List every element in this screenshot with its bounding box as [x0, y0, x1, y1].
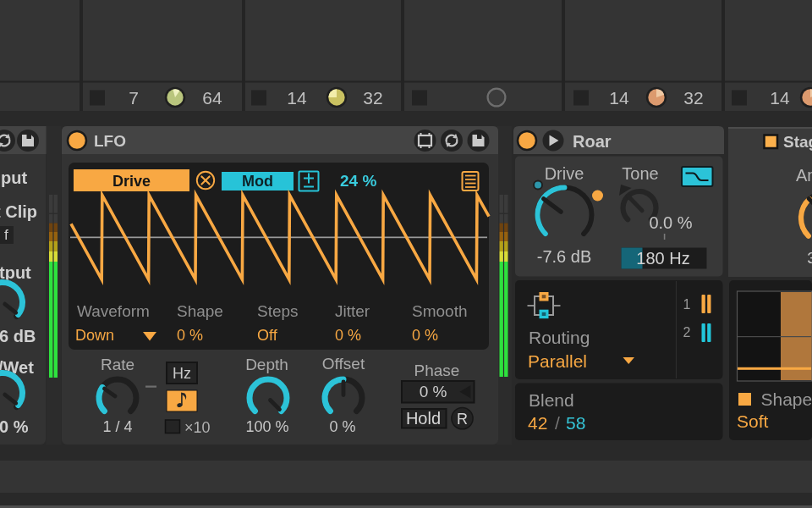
- svg-text:Hz: Hz: [173, 365, 191, 382]
- svg-text:Blend: Blend: [529, 390, 574, 410]
- svg-text:Tone: Tone: [622, 164, 658, 183]
- svg-text:180 Hz: 180 Hz: [636, 249, 689, 268]
- svg-text:0 %: 0 %: [329, 418, 355, 435]
- svg-text:0 %: 0 %: [335, 327, 361, 344]
- svg-text:Hold: Hold: [406, 409, 441, 428]
- svg-text:100 %: 100 %: [245, 418, 288, 435]
- svg-text:0.0 %: 0.0 %: [649, 213, 692, 232]
- svg-text:Steps: Steps: [257, 302, 299, 320]
- svg-text:6 dB: 6 dB: [0, 327, 36, 345]
- svg-text:42: 42: [528, 413, 547, 433]
- svg-text:Rate: Rate: [101, 356, 134, 373]
- svg-text:Depth: Depth: [245, 356, 288, 373]
- svg-text:14: 14: [287, 88, 307, 108]
- svg-text:Stage: Stage: [783, 133, 812, 151]
- svg-text:f: f: [4, 227, 8, 243]
- svg-text:1 / 4: 1 / 4: [102, 418, 132, 435]
- svg-text:Routing: Routing: [529, 328, 590, 347]
- svg-text:R: R: [457, 411, 468, 428]
- svg-text:Phase: Phase: [414, 362, 460, 379]
- svg-text:0 %: 0 %: [177, 327, 203, 344]
- svg-text:/: /: [555, 413, 560, 433]
- svg-text:tput: tput: [0, 263, 31, 282]
- svg-text:-7.6 dB: -7.6 dB: [537, 247, 591, 266]
- svg-text:Offset: Offset: [322, 355, 365, 373]
- svg-text:Parallel: Parallel: [528, 351, 587, 371]
- svg-text:Mod: Mod: [242, 173, 273, 190]
- svg-text:Roar: Roar: [573, 132, 612, 151]
- svg-text:14: 14: [770, 88, 790, 108]
- svg-text:2: 2: [683, 325, 691, 340]
- svg-text:32 %: 32 %: [807, 249, 812, 267]
- svg-text:24 %: 24 %: [340, 172, 376, 190]
- svg-text:Jitter: Jitter: [335, 302, 370, 320]
- svg-text:Shaper: Shaper: [761, 389, 812, 409]
- svg-text:14: 14: [609, 88, 629, 108]
- svg-text:put: put: [1, 168, 27, 187]
- svg-text:Down: Down: [75, 327, 114, 344]
- svg-text:Drive: Drive: [112, 173, 151, 190]
- svg-text:58: 58: [566, 413, 585, 433]
- svg-text:32: 32: [363, 88, 382, 108]
- svg-text:Smooth: Smooth: [412, 302, 467, 320]
- svg-text:Shape: Shape: [177, 302, 223, 320]
- svg-text:×10: ×10: [184, 419, 211, 436]
- svg-text:0 %: 0 %: [412, 327, 438, 344]
- svg-text:t Clip: t Clip: [0, 202, 37, 221]
- svg-text:0 %: 0 %: [420, 383, 447, 400]
- svg-text:Off: Off: [257, 327, 278, 344]
- svg-text:7: 7: [129, 88, 139, 108]
- svg-text:LFO: LFO: [94, 132, 126, 150]
- svg-text:Amount: Amount: [796, 166, 812, 185]
- svg-text:Waveform: Waveform: [77, 302, 150, 320]
- svg-text:Soft: Soft: [737, 411, 769, 431]
- svg-text:32: 32: [683, 88, 703, 108]
- svg-text:0 %: 0 %: [0, 417, 29, 436]
- svg-text:64: 64: [202, 88, 222, 108]
- svg-text:1: 1: [683, 297, 691, 312]
- svg-text:Drive: Drive: [545, 164, 584, 183]
